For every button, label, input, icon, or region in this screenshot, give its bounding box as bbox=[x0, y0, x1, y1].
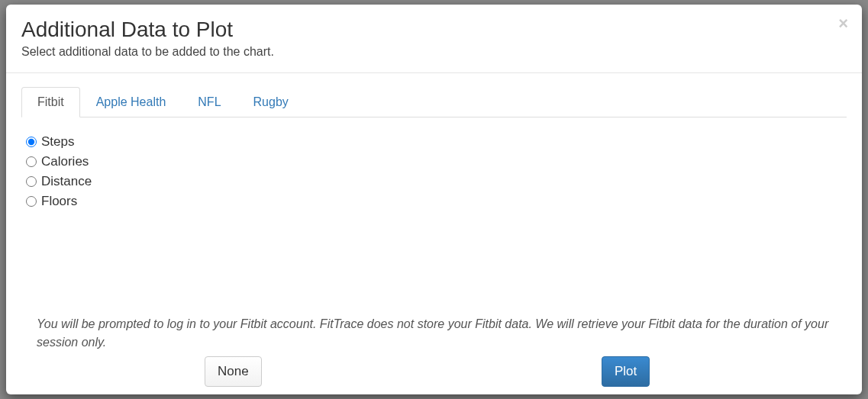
radio-input[interactable] bbox=[26, 196, 37, 207]
modal-body: Fitbit Apple Health NFL Rugby Steps Calo… bbox=[6, 72, 862, 394]
radio-option-calories[interactable]: Calories bbox=[26, 154, 842, 169]
login-notice: You will be prompted to log in to your F… bbox=[21, 304, 847, 356]
modal-header: × Additional Data to Plot Select additio… bbox=[6, 5, 862, 72]
tab-fitbit[interactable]: Fitbit bbox=[21, 87, 80, 117]
radio-input[interactable] bbox=[26, 137, 37, 147]
radio-label: Distance bbox=[41, 174, 92, 189]
none-button[interactable]: None bbox=[205, 356, 262, 387]
button-row: None Plot bbox=[21, 356, 847, 394]
radio-option-distance[interactable]: Distance bbox=[26, 174, 842, 189]
tab-rugby[interactable]: Rugby bbox=[237, 87, 305, 117]
radio-option-steps[interactable]: Steps bbox=[26, 134, 842, 150]
tab-label: Apple Health bbox=[80, 87, 182, 117]
options-panel: Steps Calories Distance Floors bbox=[21, 117, 847, 304]
radio-input[interactable] bbox=[26, 176, 37, 187]
radio-label: Steps bbox=[41, 134, 74, 150]
tab-label: Fitbit bbox=[21, 87, 80, 117]
radio-option-floors[interactable]: Floors bbox=[26, 194, 842, 209]
plot-button[interactable]: Plot bbox=[602, 356, 650, 387]
close-icon[interactable]: × bbox=[838, 15, 848, 32]
radio-input[interactable] bbox=[26, 156, 37, 167]
radio-label: Floors bbox=[41, 194, 77, 209]
tab-nfl[interactable]: NFL bbox=[182, 87, 237, 117]
radio-label: Calories bbox=[41, 154, 89, 169]
tab-label: Rugby bbox=[237, 87, 305, 117]
modal-subtitle: Select additional data to be added to th… bbox=[21, 45, 847, 59]
tab-apple-health[interactable]: Apple Health bbox=[80, 87, 182, 117]
tab-list: Fitbit Apple Health NFL Rugby bbox=[21, 87, 847, 117]
tab-label: NFL bbox=[182, 87, 237, 117]
modal-dialog: × Additional Data to Plot Select additio… bbox=[6, 5, 862, 394]
modal-title: Additional Data to Plot bbox=[21, 16, 847, 43]
